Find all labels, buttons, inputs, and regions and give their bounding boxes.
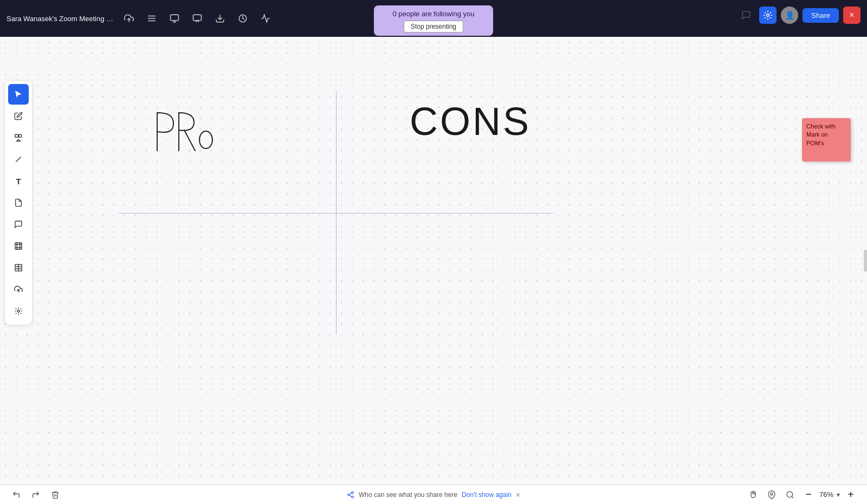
avatar: 👤	[781, 7, 798, 24]
followers-text: 0 people are following you	[392, 10, 474, 18]
svg-point-36	[348, 494, 350, 496]
line-tool[interactable]	[8, 149, 29, 170]
left-toolbar: T	[4, 80, 33, 325]
cons-label: CONS	[410, 99, 531, 144]
svg-point-41	[787, 492, 793, 497]
bottom-bar: Who can see what you share here Don't sh…	[0, 484, 867, 504]
live-follow-button[interactable]	[759, 7, 777, 24]
text-tool[interactable]: T	[8, 171, 29, 191]
pro-label	[152, 102, 217, 166]
frame-tool[interactable]	[8, 236, 29, 256]
redo-button[interactable]	[28, 487, 43, 502]
svg-point-25	[17, 310, 20, 312]
hand-tool-button[interactable]	[746, 487, 761, 502]
close-notification-button[interactable]: ×	[516, 490, 520, 499]
svg-point-10	[767, 14, 769, 17]
svg-line-38	[350, 495, 352, 496]
monitor-icon[interactable]	[189, 10, 206, 27]
svg-point-34	[199, 131, 212, 148]
sticky-note-text: Check with Mark on POM's	[806, 123, 836, 146]
svg-line-29	[21, 313, 21, 314]
chat-icon[interactable]	[737, 7, 755, 24]
canvas-area[interactable]: T	[0, 37, 867, 484]
pros-cons-diagram: CONS	[119, 91, 553, 335]
menu-icon[interactable]	[143, 10, 160, 27]
activity-icon[interactable]	[257, 10, 274, 27]
svg-line-33	[21, 308, 21, 309]
svg-point-40	[771, 493, 773, 495]
download-icon[interactable]	[211, 10, 229, 27]
svg-rect-7	[193, 15, 202, 21]
delete-button[interactable]	[48, 487, 63, 502]
close-button[interactable]: ×	[843, 7, 860, 24]
topright-controls: 👤 Share ×	[737, 7, 860, 24]
svg-line-28	[16, 308, 16, 309]
zoom-in-button[interactable]: +	[843, 487, 858, 502]
bottom-left-controls	[9, 487, 63, 502]
svg-point-35	[352, 492, 354, 494]
sticky-note[interactable]: Check with Mark on POM's	[802, 118, 851, 161]
zoom-dropdown-button[interactable]: ▾	[837, 491, 840, 499]
sticky-note-tool[interactable]	[8, 192, 29, 213]
zoom-out-button[interactable]: −	[801, 487, 816, 502]
comment-tool[interactable]	[8, 214, 29, 235]
pen-tool[interactable]	[8, 106, 29, 126]
vertical-divider	[336, 91, 337, 335]
smart-tool[interactable]	[8, 301, 29, 321]
slides-icon[interactable]	[166, 10, 183, 27]
shapes-tool[interactable]	[8, 127, 29, 148]
svg-point-12	[19, 134, 22, 137]
stop-presenting-button[interactable]: Stop presenting	[404, 21, 463, 33]
svg-rect-4	[171, 15, 179, 21]
dont-show-again-button[interactable]: Don't show again	[462, 491, 512, 499]
bottom-right-controls: − 76% ▾ +	[746, 487, 858, 502]
right-edge-handle[interactable]	[864, 250, 867, 272]
cloud-upload-icon[interactable]	[120, 10, 138, 27]
timer-icon[interactable]	[234, 10, 251, 27]
table-tool[interactable]	[8, 257, 29, 278]
undo-button[interactable]	[9, 487, 24, 502]
select-tool[interactable]	[8, 84, 29, 105]
svg-point-37	[352, 496, 354, 498]
svg-marker-13	[17, 139, 21, 141]
share-info-text: Who can see what you share here	[359, 491, 457, 499]
svg-line-32	[16, 313, 16, 314]
zoom-search-button[interactable]	[782, 487, 798, 502]
svg-rect-11	[15, 134, 18, 137]
share-button[interactable]: Share	[803, 8, 839, 23]
document-title: Sara Wanasek's Zoom Meeting 2024-0...	[7, 15, 115, 23]
upload-tool[interactable]	[8, 279, 29, 300]
zoom-level: 76%	[819, 490, 833, 499]
svg-rect-15	[15, 243, 22, 249]
bottom-center-notification: Who can see what you share here Don't sh…	[347, 490, 520, 499]
svg-line-14	[16, 157, 21, 161]
pin-button[interactable]	[764, 487, 779, 502]
svg-line-42	[792, 496, 793, 498]
presenter-notification: 0 people are following you Stop presenti…	[374, 5, 493, 36]
share-info-icon	[347, 491, 354, 499]
svg-line-39	[350, 493, 352, 494]
